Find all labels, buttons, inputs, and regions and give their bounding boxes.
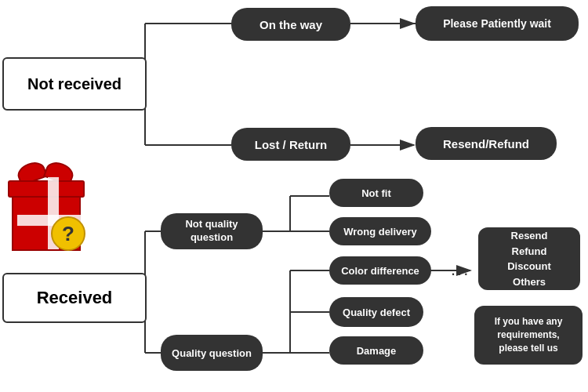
resend-refund-box: Resend/Refund: [416, 127, 557, 160]
diagram: Not received On the way Please Patiently…: [0, 0, 588, 392]
question-badge: ?: [51, 216, 85, 251]
not-received-box: Not received: [2, 57, 147, 111]
quality-defect-box: Quality defect: [329, 297, 423, 327]
requirements-box: If you have any requirements, please tel…: [474, 306, 583, 365]
not-quality-question-box: Not quality question: [161, 213, 263, 249]
not-fit-box: Not fit: [329, 179, 423, 207]
ellipsis: ···: [451, 263, 470, 284]
received-box: Received: [2, 273, 147, 323]
gift-icon: ?: [8, 165, 86, 251]
damage-box: Damage: [329, 336, 423, 365]
quality-question-box: Quality question: [161, 335, 263, 371]
resolutions-box: Resend Refund Discount Others: [478, 227, 580, 290]
color-difference-box: Color difference: [329, 256, 431, 285]
wrong-delivery-box: Wrong delivery: [329, 217, 431, 245]
on-the-way-box: On the way: [231, 8, 350, 41]
lost-return-box: Lost / Return: [231, 128, 350, 161]
please-wait-box: Please Patiently wait: [416, 6, 579, 41]
